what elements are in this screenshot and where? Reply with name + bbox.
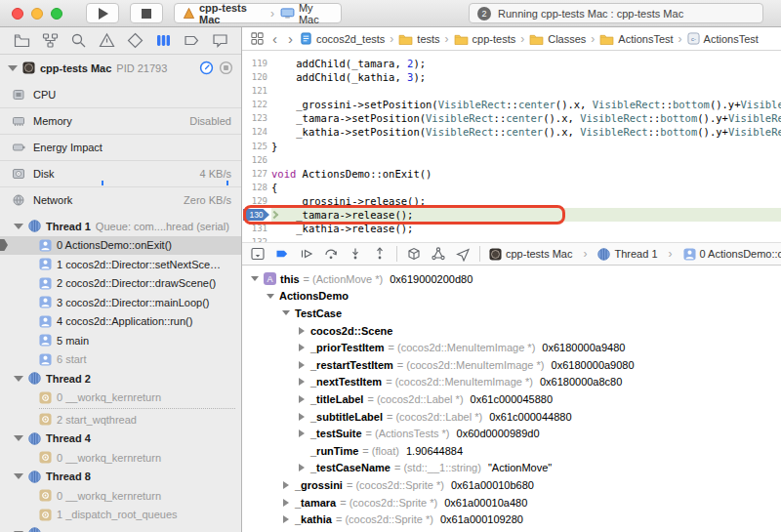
debug-breadcrumb-item[interactable]: 0 ActionsDemo::onExit() xyxy=(683,248,781,261)
thread-row[interactable]: Thread 8 xyxy=(0,468,241,487)
gutter-line-number[interactable]: 124 xyxy=(242,125,271,139)
debug-breadcrumb-item[interactable]: cpp-tests Mac xyxy=(489,248,572,261)
stack-frame-row[interactable]: 4 cocos2d::Application::run() xyxy=(0,312,241,332)
gutter-line-number[interactable]: 131 xyxy=(242,222,271,235)
gutter-line-number[interactable]: 129 xyxy=(242,194,271,208)
gauge-row-cpu[interactable]: CPU xyxy=(0,81,241,107)
zoom-window-button[interactable] xyxy=(51,8,62,20)
stack-frame-row[interactable]: 1 cocos2d::Director::setNextSce… xyxy=(0,255,241,274)
disclosure-triangle[interactable] xyxy=(14,435,23,441)
hide-debug-area-button[interactable] xyxy=(250,245,266,263)
simulate-location-button[interactable] xyxy=(455,245,471,263)
breakpoints-toggle-button[interactable] xyxy=(274,245,290,263)
navigator-tab-search[interactable] xyxy=(69,32,87,50)
disclosure-triangle[interactable] xyxy=(281,515,291,523)
pause-gauges-button[interactable] xyxy=(199,61,214,75)
disclosure-triangle[interactable] xyxy=(266,294,275,299)
gutter-line-number[interactable]: 122 xyxy=(242,98,271,111)
gutter-line-number[interactable]: 126 xyxy=(242,153,271,167)
breadcrumb-item[interactable]: tests xyxy=(398,33,439,45)
back-button[interactable]: ‹ xyxy=(268,31,281,46)
stack-frame-row[interactable]: 6 start xyxy=(0,350,241,370)
variable-row[interactable]: _testCaseName = (std::__1::string) "Acti… xyxy=(242,460,781,477)
run-button[interactable] xyxy=(86,3,119,23)
disclosure-triangle[interactable] xyxy=(14,473,23,479)
step-out-button[interactable] xyxy=(372,245,388,263)
stack-frame-row[interactable]: 3 cocos2d::Director::mainLoop() xyxy=(0,293,241,312)
gauge-row-disk[interactable]: Disk4 KB/s xyxy=(0,160,241,186)
disclosure-triangle[interactable] xyxy=(250,276,260,281)
gauge-row-network[interactable]: NetworkZero KB/s xyxy=(0,186,241,213)
variable-row[interactable]: TestCase xyxy=(242,305,781,322)
navigator-tab-issues[interactable] xyxy=(98,32,115,50)
stack-frame-row[interactable]: 0 __workq_kernreturn xyxy=(0,448,241,468)
source-editor[interactable]: 119 addChild(_tamara, 2);120 addChild(_k… xyxy=(242,51,781,242)
stack-frame-row[interactable]: 5 main xyxy=(0,331,241,350)
view-hierarchy-button[interactable] xyxy=(406,245,422,263)
disclosure-triangle[interactable] xyxy=(281,499,291,507)
thread-row[interactable]: Thread 4 xyxy=(0,430,241,449)
navigator-tab-project[interactable] xyxy=(13,32,30,50)
variable-row[interactable]: cocos2d::Scene xyxy=(242,322,781,340)
gutter-line-number[interactable]: 121 xyxy=(242,84,271,98)
disclosure-triangle[interactable] xyxy=(281,481,291,489)
variable-row[interactable]: _tamara = (cocos2d::Sprite *) 0x61a00010… xyxy=(242,494,781,512)
breadcrumb-item[interactable]: ActionsTest xyxy=(599,33,673,45)
disclosure-triangle[interactable] xyxy=(297,464,307,471)
related-items-button[interactable] xyxy=(248,30,266,48)
breadcrumb-item[interactable]: Classes xyxy=(529,33,586,45)
step-into-button[interactable] xyxy=(348,245,363,263)
kill-process-button[interactable] xyxy=(219,61,233,75)
disclosure-triangle[interactable] xyxy=(281,310,291,315)
disclosure-triangle[interactable] xyxy=(297,413,307,421)
variable-row[interactable]: _kathia = (cocos2d::Sprite *) 0x61a00010… xyxy=(242,511,781,528)
variable-row[interactable]: ActionsDemo xyxy=(242,288,781,306)
disclosure-triangle[interactable] xyxy=(297,378,307,386)
gutter-line-number[interactable]: 119 xyxy=(242,57,271,70)
disclosure-triangle[interactable] xyxy=(297,430,307,437)
navigator-tab-source-control[interactable] xyxy=(41,32,59,50)
variable-row[interactable]: _grossini = (cocos2d::Sprite *) 0x61a000… xyxy=(242,476,781,494)
activity-badge[interactable]: 2 xyxy=(477,7,491,20)
variable-row[interactable]: _runTime = (float) 1.90644884 xyxy=(242,442,781,460)
gutter-line-number[interactable]: 128 xyxy=(242,181,271,194)
memory-graph-button[interactable] xyxy=(431,245,446,263)
stack-frame-row[interactable]: 0 __workq_kernreturn xyxy=(0,486,241,506)
disclosure-triangle[interactable] xyxy=(14,224,23,229)
minimize-window-button[interactable] xyxy=(31,8,43,20)
gutter-line-number[interactable]: 125 xyxy=(242,140,271,153)
gauge-row-memory[interactable]: MemoryDisabled xyxy=(0,107,241,134)
disclosure-triangle[interactable] xyxy=(297,395,307,403)
breadcrumb-item[interactable]: cocos2d_tests xyxy=(300,32,385,45)
disclosure-triangle[interactable] xyxy=(14,376,23,382)
continue-button[interactable] xyxy=(299,245,314,263)
stop-button[interactable] xyxy=(130,3,163,23)
gutter-line-number[interactable]: 127 xyxy=(242,167,271,181)
gutter-line-number[interactable]: 123 xyxy=(242,111,271,125)
scheme-selector[interactable]: cpp-tests Mac › My Mac xyxy=(174,3,342,23)
variable-row[interactable]: _restartTestItem = (cocos2d::MenuItemIma… xyxy=(242,356,781,374)
stack-frame-row[interactable]: 0 ActionsDemo::onExit() xyxy=(0,236,241,256)
forward-button[interactable]: › xyxy=(284,31,297,46)
navigator-tab-reports[interactable] xyxy=(211,32,228,50)
step-over-button[interactable] xyxy=(323,245,339,263)
breadcrumb-item[interactable]: c-ActionsTest xyxy=(687,32,759,45)
disclosure-triangle[interactable] xyxy=(297,361,307,369)
stack-frame-row[interactable]: 1 _dispatch_root_queues xyxy=(0,506,241,525)
navigator-tab-breakpoints[interactable] xyxy=(183,32,200,50)
disclosure-triangle[interactable] xyxy=(297,327,307,335)
disclosure-triangle[interactable] xyxy=(8,65,18,71)
thread-row[interactable]: Thread 2 xyxy=(0,369,241,389)
close-window-button[interactable] xyxy=(12,8,23,20)
thread-row-partial[interactable] xyxy=(0,524,241,532)
variable-row[interactable]: _subtitleLabel = (cocos2d::Label *) 0x61… xyxy=(242,408,781,426)
debug-breadcrumb-item[interactable]: Thread 1 xyxy=(597,248,657,261)
variable-row[interactable]: _priorTestItem = (cocos2d::MenuItemImage… xyxy=(242,339,781,356)
stack-frame-row[interactable]: 0 __workq_kernreturn xyxy=(0,389,241,408)
process-row[interactable]: cpp-tests Mac PID 21793 xyxy=(0,55,241,81)
gutter-line-number[interactable]: 120 xyxy=(242,70,271,84)
variable-row[interactable]: _testSuite = (ActionsTests *) 0x60d00009… xyxy=(242,425,781,442)
thread-row[interactable]: Thread 1Queue: com....hread (serial) xyxy=(0,217,241,236)
breadcrumb-item[interactable]: cpp-tests xyxy=(454,33,516,45)
stack-frame-row[interactable]: 2 cocos2d::Director::drawScene() xyxy=(0,274,241,294)
